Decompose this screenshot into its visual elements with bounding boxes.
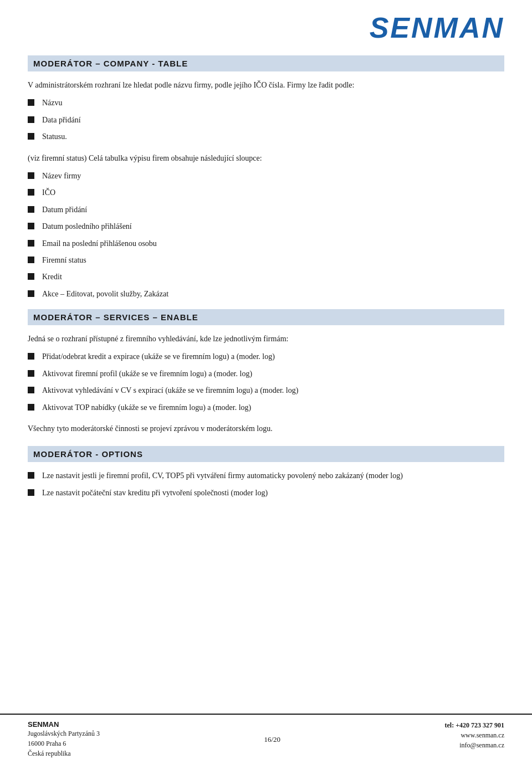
footer-address-line2: 16000 Praha 6: [28, 739, 100, 748]
footer-page-number: 16/20: [264, 735, 280, 744]
list-item: IČO: [28, 187, 504, 199]
footer-left: SENMAN Jugoslávských Partyzánů 3 16000 P…: [28, 720, 100, 758]
bullet-icon: [28, 189, 34, 196]
bullet-icon: [28, 223, 34, 229]
footer-address-line3: Česká republika: [28, 748, 100, 758]
bullet-icon: [28, 472, 34, 479]
list-item: Aktivovat TOP nabídky (ukáže se ve firem…: [28, 402, 504, 414]
list-item: Datum přidání: [28, 204, 504, 216]
list-item: Akce – Editovat, povolit služby, Zakázat: [28, 288, 504, 300]
bullet-icon: [28, 273, 34, 280]
option-item-1: Lze nastavit jestli je firemní profil, C…: [42, 470, 504, 482]
list-item: Email na poslední přihlášenou osobu: [28, 238, 504, 250]
col-8: Akce – Editovat, povolit služby, Zakázat: [42, 288, 504, 300]
col-4: Datum posledního přihlášení: [42, 221, 504, 233]
list-item: Názvu: [28, 97, 504, 109]
page-wrapper: SENMAN Moderátor – Company - Table V adm…: [0, 0, 532, 764]
section2-footer-note: Všechny tyto moderátorské činnosti se pr…: [28, 423, 504, 435]
list-item: Kredit: [28, 271, 504, 283]
logo: SENMAN: [370, 11, 504, 44]
footer-address-line1: Jugoslávských Partyzánů 3: [28, 729, 100, 739]
page-footer: SENMAN Jugoslávských Partyzánů 3 16000 P…: [0, 714, 532, 764]
list-item: Aktivovat firemní profil (ukáže se ve fi…: [28, 368, 504, 380]
service-item-2: Aktivovat firemní profil (ukáže se ve fi…: [42, 368, 504, 380]
section3-heading-bar: Moderátor - Options: [28, 446, 504, 462]
sort-item-1: Názvu: [42, 97, 504, 109]
col-2: IČO: [42, 187, 504, 199]
bullet-icon: [28, 116, 34, 123]
bullet-icon: [28, 257, 34, 263]
options-list: Lze nastavit jestli je firemní profil, C…: [28, 470, 504, 499]
bullet-icon: [28, 370, 34, 377]
col-1: Název firmy: [42, 170, 504, 182]
list-item: Aktivovat vyhledávání v CV s expirací (u…: [28, 384, 504, 397]
list-item: Datum posledního přihlášení: [28, 221, 504, 233]
services-list: Přidat/odebrat kredit a expirace (ukáže …: [28, 351, 504, 414]
service-item-3: Aktivovat vyhledávání v CV s expirací (u…: [42, 384, 504, 397]
section3-title: Moderátor - Options: [33, 449, 499, 459]
footer-website: www.senman.cz: [444, 730, 504, 740]
bullet-icon: [28, 387, 34, 393]
bullet-icon: [28, 240, 34, 247]
bullet-icon: [28, 353, 34, 360]
list-item: Firemní status: [28, 254, 504, 266]
list-item: Lze nastavit počáteční stav kreditu při …: [28, 487, 504, 499]
bullet-icon: [28, 206, 34, 213]
header: SENMAN: [0, 0, 532, 50]
sort-item-2: Data přidání: [42, 114, 504, 126]
main-content: Moderátor – Company - Table V administrá…: [0, 50, 532, 764]
option-item-2: Lze nastavit počáteční stav kreditu při …: [42, 487, 504, 499]
section1-intro: V administrátorském rozhraní lze hledat …: [28, 79, 504, 91]
col-6: Firemní status: [42, 254, 504, 266]
bullet-icon: [28, 133, 34, 140]
table-columns-list: Název firmy IČO Datum přidání Datum posl…: [28, 170, 504, 300]
service-item-1: Přidat/odebrat kredit a expirace (ukáže …: [42, 351, 504, 363]
sort-list: Názvu Data přidání Statusu.: [28, 97, 504, 143]
sort-item-3: Statusu.: [42, 131, 504, 143]
footer-tel: tel: +420 723 327 901: [444, 720, 504, 730]
section1-title: Moderátor – Company - Table: [33, 59, 499, 68]
section2-intro: Jedná se o rozhraní přístupné z firemníh…: [28, 333, 504, 345]
footer-right: tel: +420 723 327 901 www.senman.cz info…: [444, 720, 504, 750]
footer-email: info@senman.cz: [444, 740, 504, 750]
bullet-icon: [28, 99, 34, 106]
col-5: Email na poslední přihlášenou osobu: [42, 238, 504, 250]
table-intro: (viz firemní status) Celá tabulka výpisu…: [28, 152, 504, 165]
list-item: Lze nastavit jestli je firemní profil, C…: [28, 470, 504, 482]
bullet-icon: [28, 404, 34, 411]
col-7: Kredit: [42, 271, 504, 283]
section2-heading-bar: Moderátor – Services – Enable: [28, 309, 504, 325]
bullet-icon: [28, 290, 34, 297]
section2-title: Moderátor – Services – Enable: [33, 312, 499, 322]
list-item: Název firmy: [28, 170, 504, 182]
list-item: Data přidání: [28, 114, 504, 126]
list-item: Statusu.: [28, 131, 504, 143]
bullet-icon: [28, 172, 34, 179]
service-item-4: Aktivovat TOP nabídky (ukáže se ve firem…: [42, 402, 504, 414]
bullet-icon: [28, 489, 34, 496]
col-3: Datum přidání: [42, 204, 504, 216]
list-item: Přidat/odebrat kredit a expirace (ukáže …: [28, 351, 504, 363]
section1-heading-bar: Moderátor – Company - Table: [28, 55, 504, 71]
footer-company-name: SENMAN: [28, 720, 100, 729]
